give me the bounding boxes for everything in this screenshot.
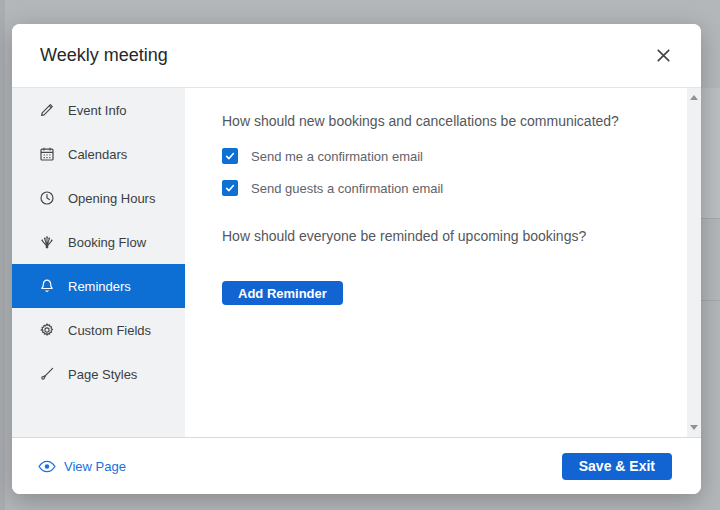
scroll-up-icon[interactable] [690, 95, 698, 100]
scroll-down-icon[interactable] [690, 425, 698, 430]
checkbox-row: Send me a confirmation email [222, 148, 645, 164]
modal-title: Weekly meeting [40, 45, 168, 66]
clock-icon [38, 190, 55, 207]
confirmation-checkbox[interactable] [222, 180, 238, 196]
calendar-icon [38, 146, 55, 163]
sidebar-item-label: Page Styles [68, 367, 137, 382]
bell-icon [38, 278, 55, 295]
reminders-panel: How should new bookings and cancellation… [185, 88, 701, 437]
brush-icon [38, 366, 55, 383]
sidebar-item-label: Calendars [68, 147, 127, 162]
sidebar-item-opening-hours[interactable]: Opening Hours [12, 176, 185, 220]
sidebar-item-page-styles[interactable]: Page Styles [12, 352, 185, 396]
save-exit-button[interactable]: Save & Exit [562, 453, 672, 480]
close-button[interactable] [651, 44, 675, 68]
modal-header: Weekly meeting [12, 24, 701, 88]
checkbox-list: Send me a confirmation emailSend guests … [222, 148, 645, 196]
background-page-divider [701, 218, 720, 219]
reminder-question: How should everyone be reminded of upcom… [222, 227, 645, 245]
sidebar-item-calendars[interactable]: Calendars [12, 132, 185, 176]
modal-body: Event InfoCalendarsOpening HoursBooking … [12, 88, 701, 437]
sidebar-item-label: Event Info [68, 103, 127, 118]
background-page-row [701, 88, 720, 218]
sidebar-item-event-info[interactable]: Event Info [12, 88, 185, 132]
add-reminder-button[interactable]: Add Reminder [222, 281, 343, 305]
communication-question: How should new bookings and cancellation… [222, 112, 645, 130]
sidebar-item-label: Custom Fields [68, 323, 151, 338]
sidebar-item-label: Booking Flow [68, 235, 146, 250]
view-page-link[interactable]: View Page [38, 459, 126, 474]
content-scrollbar[interactable] [687, 88, 701, 437]
sidebar-item-label: Opening Hours [68, 191, 155, 206]
sidebar-item-reminders[interactable]: Reminders [12, 264, 185, 308]
confirmation-checkbox[interactable] [222, 148, 238, 164]
eye-icon [38, 460, 56, 473]
checkbox-row: Send guests a confirmation email [222, 180, 645, 196]
background-page-divider [701, 300, 720, 301]
background-page-edge [0, 0, 5, 510]
event-settings-modal: Weekly meeting Event InfoCalendarsOpenin… [12, 24, 701, 494]
flow-icon [38, 234, 55, 251]
close-icon [654, 46, 673, 65]
checkbox-label: Send me a confirmation email [251, 149, 423, 164]
sidebar-item-booking-flow[interactable]: Booking Flow [12, 220, 185, 264]
pencil-icon [38, 102, 55, 119]
sidebar-item-custom-fields[interactable]: Custom Fields [12, 308, 185, 352]
sidebar-item-label: Reminders [68, 279, 131, 294]
checkbox-label: Send guests a confirmation email [251, 181, 443, 196]
gear-icon [38, 322, 55, 339]
sidebar: Event InfoCalendarsOpening HoursBooking … [12, 88, 185, 437]
view-page-label: View Page [64, 459, 126, 474]
modal-footer: View Page Save & Exit [12, 437, 701, 494]
